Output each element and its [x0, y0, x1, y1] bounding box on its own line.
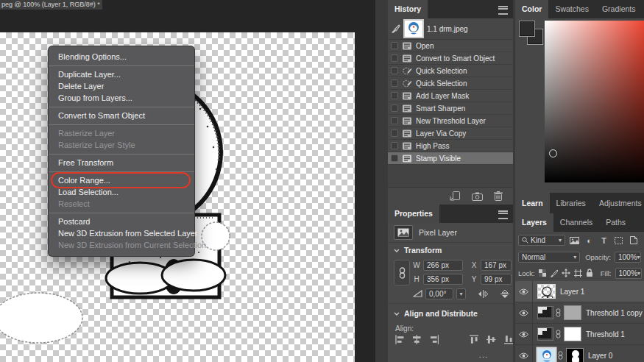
opacity-select[interactable]: 100% ▾ — [615, 252, 641, 263]
height-input[interactable]: 356 px — [423, 274, 463, 285]
align-left-edges-icon[interactable] — [395, 335, 404, 344]
snapshot-thumbnail[interactable] — [405, 21, 422, 37]
history-state-layer-via-copy[interactable]: Layer Via Copy — [388, 127, 513, 140]
angle-input[interactable]: 0,00° — [425, 288, 453, 299]
lock-position-move-icon[interactable] — [562, 269, 570, 277]
panel-menu-icon[interactable] — [498, 6, 508, 15]
width-input[interactable]: 266 px — [423, 260, 463, 271]
menu-item-delete-layer[interactable]: Delete Layer — [49, 80, 194, 92]
flip-horizontal-icon[interactable] — [478, 290, 489, 298]
flip-vertical-icon[interactable] — [500, 289, 509, 299]
tab-layers[interactable]: Layers — [515, 213, 553, 232]
lock-artboard-icon[interactable] — [574, 269, 582, 277]
tab-properties[interactable]: Properties — [388, 205, 439, 223]
delete-state-trash-icon[interactable] — [494, 191, 503, 201]
panel-menu-icon[interactable] — [498, 210, 508, 219]
filter-smart-objects-icon[interactable] — [628, 236, 639, 244]
history-state-checkbox[interactable] — [388, 104, 401, 112]
fill-select[interactable]: 100% ▾ — [615, 268, 642, 279]
new-snapshot-camera-icon[interactable] — [472, 192, 483, 201]
align-horizontal-centers-icon[interactable] — [412, 335, 421, 344]
layer-name[interactable]: Layer 1 — [560, 288, 584, 296]
tab-history[interactable]: History — [388, 0, 428, 18]
history-state-new-threshold-layer[interactable]: New Threshold Layer — [388, 115, 513, 127]
new-document-from-state-icon[interactable] — [450, 191, 461, 201]
angle-dropdown[interactable]: ▾ — [456, 288, 466, 299]
history-state-quick-selection[interactable]: Quick Selection — [388, 65, 513, 77]
history-state-checkbox[interactable] — [388, 67, 401, 74]
layer-row-layer-1[interactable]: Layer 1 — [515, 281, 644, 302]
layer-0-thumbnail[interactable] — [537, 348, 556, 362]
history-snapshot-row[interactable]: 1.1 drm.jpeg — [388, 18, 513, 40]
history-state-stamp-visible-selected[interactable]: Stamp Visible — [388, 152, 513, 165]
layer-visibility-toggle[interactable] — [515, 281, 533, 302]
align-right-edges-icon[interactable] — [430, 335, 439, 344]
filter-pixel-layers-icon[interactable] — [569, 237, 580, 244]
history-state-quick-selection[interactable]: Quick Selection — [388, 77, 513, 90]
layer-row-threshold-1-copy[interactable]: Threshold 1 copy — [515, 302, 644, 324]
history-state-checkbox[interactable] — [388, 79, 401, 87]
history-state-checkbox[interactable] — [388, 92, 401, 99]
align-bottom-edges-icon[interactable] — [504, 335, 513, 344]
menu-item-new-3d-extrusion-selected[interactable]: New 3D Extrusion from Selected Layer — [49, 227, 194, 239]
layer-name[interactable]: Threshold 1 copy — [586, 309, 643, 317]
history-brush-source-icon[interactable] — [391, 24, 400, 33]
history-state-open[interactable]: Open — [388, 40, 513, 52]
menu-item-group-from-layers[interactable]: Group from Layers... — [49, 92, 194, 104]
layer-mask-thumbnail-white[interactable] — [564, 327, 581, 341]
saturation-brightness-field[interactable] — [545, 21, 644, 182]
blend-mode-select[interactable]: Normal ▾ — [518, 252, 580, 263]
filter-adjustment-layers-icon[interactable]: ◐ — [584, 236, 595, 245]
threshold-adjustment-icon[interactable] — [537, 327, 553, 341]
threshold-adjustment-icon[interactable] — [537, 306, 553, 319]
foreground-color-swatch[interactable] — [519, 21, 535, 37]
y-input[interactable]: 99 px — [481, 274, 512, 285]
lock-all-padlock-icon[interactable] — [586, 269, 593, 277]
history-state-smart-sharpen[interactable]: Smart Sharpen — [388, 102, 513, 115]
align-vertical-centers-icon[interactable] — [486, 335, 495, 344]
menu-item-duplicate-layer[interactable]: Duplicate Layer... — [49, 68, 194, 80]
tab-channels[interactable]: Channels — [553, 213, 599, 232]
menu-item-free-transform[interactable]: Free Transform — [49, 157, 194, 168]
color-picker-ring[interactable] — [549, 149, 557, 157]
lock-transparency-icon[interactable] — [539, 269, 546, 277]
tab-gradients[interactable]: Gradients — [595, 0, 643, 18]
history-state-high-pass[interactable]: High Pass — [388, 140, 513, 152]
menu-item-load-selection[interactable]: Load Selection... — [49, 186, 194, 198]
layer-1-thumbnail[interactable] — [537, 284, 556, 299]
history-state-checkbox[interactable] — [388, 142, 401, 149]
mask-link-icon[interactable] — [556, 330, 561, 338]
x-input[interactable]: 167 px — [481, 260, 512, 271]
layer-mask-thumbnail-black[interactable] — [566, 348, 584, 362]
align-top-edges-icon[interactable] — [470, 335, 478, 344]
history-state-convert-smart-object[interactable]: Convert to Smart Object — [388, 52, 513, 65]
menu-item-color-range[interactable]: Color Range... — [49, 174, 194, 186]
filter-kind-select[interactable]: Kind ▾ — [518, 235, 565, 246]
history-state-checkbox[interactable] — [388, 155, 401, 162]
layer-name[interactable]: Layer 0 — [588, 352, 612, 360]
tab-paths[interactable]: Paths — [599, 213, 632, 232]
lock-image-brush-icon[interactable] — [550, 269, 558, 277]
transform-section-header[interactable]: Transform — [388, 243, 513, 258]
menu-item-blending-options[interactable]: Blending Options... — [49, 51, 194, 63]
layer-name[interactable]: Threshold 1 — [586, 330, 625, 338]
link-dimensions-toggle[interactable] — [394, 260, 410, 285]
layer-visibility-toggle[interactable] — [515, 324, 533, 344]
history-state-checkbox[interactable] — [388, 129, 401, 137]
tab-color[interactable]: Color — [515, 0, 548, 18]
layer-visibility-toggle[interactable] — [515, 302, 533, 323]
document-tab[interactable]: peg @ 100% (Layer 1, RGB/8#) * — [0, 0, 102, 10]
layer-row-threshold-1[interactable]: Threshold 1 — [515, 324, 644, 345]
tab-libraries[interactable]: Libraries — [550, 193, 592, 213]
tab-adjustments[interactable]: Adjustments — [592, 193, 644, 213]
layer-row-layer-0[interactable]: Layer 0 — [515, 345, 644, 362]
tab-swatches[interactable]: Swatches — [548, 0, 595, 18]
mask-link-icon[interactable] — [558, 351, 563, 360]
layer-mask-thumbnail-gray[interactable] — [564, 305, 581, 320]
history-state-checkbox[interactable] — [388, 117, 401, 124]
filter-type-layers-icon[interactable]: T — [598, 236, 609, 245]
filter-shape-layers-icon[interactable] — [613, 237, 624, 244]
properties-more-button[interactable]: ... — [479, 350, 488, 359]
history-state-add-layer-mask[interactable]: Add Layer Mask — [388, 90, 513, 102]
mask-link-icon[interactable] — [556, 308, 561, 317]
